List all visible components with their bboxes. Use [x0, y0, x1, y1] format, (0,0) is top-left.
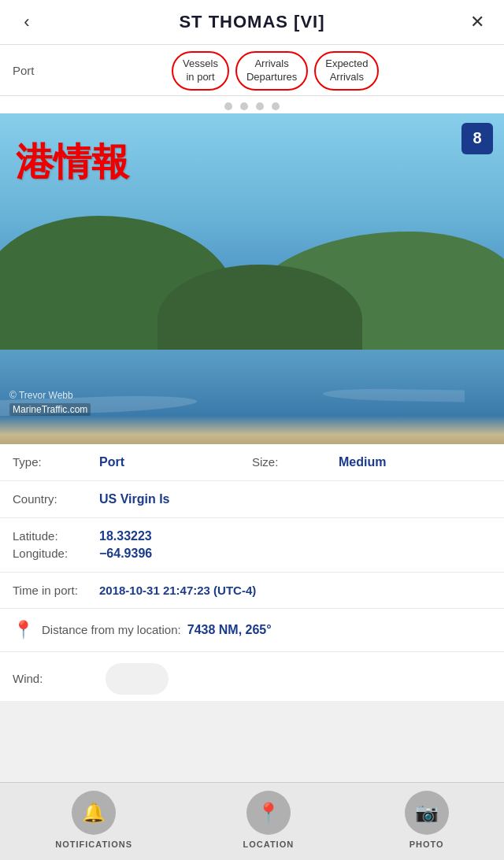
dot-3[interactable] [256, 102, 264, 110]
page-title: ST THOMAS [VI] [41, 12, 463, 32]
dot-indicators [0, 96, 504, 113]
country-row: Country: US Virgin Is [0, 481, 504, 518]
location-label: LOCATION [243, 840, 295, 849]
tab-expected-arrivals[interactable]: ExpectedArrivals [314, 51, 379, 91]
dot-2[interactable] [240, 102, 248, 110]
latitude-row: Latitude: 18.33223 [13, 529, 491, 543]
country-value: US Virgin Is [99, 492, 170, 506]
water [0, 350, 504, 444]
photo-icon: 📷 [405, 791, 449, 835]
size-col: Size: Medium [252, 455, 491, 469]
longitude-row: Longitude: −64.9396 [13, 547, 491, 561]
latlon-row: Latitude: 18.33223 Longitude: −64.9396 [0, 518, 504, 573]
tabs-group: Vesselsin port ArrivalsDepartures Expect… [47, 51, 504, 91]
count-badge: 8 [461, 123, 493, 154]
notifications-icon: 🔔 [72, 791, 116, 835]
distance-label: Distance from my location: [42, 623, 181, 636]
type-size-row: Type: Port Size: Medium [0, 444, 504, 481]
dot-1[interactable] [224, 102, 232, 110]
photo-credit-marinetraffic: MarineTraffic.com [9, 403, 91, 416]
photo-label: PHOTO [410, 840, 444, 849]
country-label: Country: [13, 492, 99, 506]
port-image: 8 港情報 © Trevor Webb MarineTraffic.com [0, 113, 504, 444]
location-icon: 📍 [246, 791, 291, 835]
location-pin-icon: 📍 [13, 620, 34, 640]
type-value: Port [99, 455, 124, 469]
info-section: Type: Port Size: Medium Country: US Virg… [0, 444, 504, 701]
bottom-nav: 🔔 NOTIFICATIONS 📍 LOCATION 📷 PHOTO [0, 782, 504, 860]
port-label: Port [0, 64, 47, 77]
size-value: Medium [339, 455, 386, 469]
wind-label: Wind: [13, 672, 99, 685]
type-label: Type: [13, 455, 99, 469]
bottom-spacer [0, 701, 504, 780]
time-in-port-row: Time in port: 2018-10-31 21:47:23 (UTC-4… [0, 573, 504, 609]
nav-notifications[interactable]: 🔔 NOTIFICATIONS [55, 791, 132, 849]
latitude-value: 18.33223 [99, 529, 152, 543]
nav-photo[interactable]: 📷 PHOTO [405, 791, 449, 849]
longitude-label: Longitude: [13, 547, 99, 560]
tab-arrivals-departures[interactable]: ArrivalsDepartures [235, 51, 308, 91]
type-col: Type: Port [13, 455, 252, 469]
time-in-port-value: 2018-10-31 21:47:23 (UTC-4) [99, 584, 256, 597]
back-button[interactable]: ‹ [13, 8, 41, 36]
distance-value: 7438 NM, 265° [187, 623, 272, 637]
wind-row: Wind: [0, 652, 504, 701]
tab-bar: Port Vesselsin port ArrivalsDepartures E… [0, 45, 504, 96]
close-button[interactable]: ✕ [463, 8, 491, 36]
wind-bubble [106, 663, 169, 695]
tab-vessels-in-port[interactable]: Vesselsin port [172, 51, 229, 91]
time-in-port-label: Time in port: [13, 584, 99, 597]
jp-text-overlay: 港情報 [16, 137, 129, 187]
photo-credit-trevor: © Trevor Webb [9, 390, 73, 401]
header: ‹ ST THOMAS [VI] ✕ [0, 0, 504, 45]
distance-row: 📍 Distance from my location: 7438 NM, 26… [0, 609, 504, 652]
notifications-label: NOTIFICATIONS [55, 840, 132, 849]
size-label: Size: [252, 455, 339, 469]
wake-2 [323, 387, 465, 402]
dot-4[interactable] [272, 102, 280, 110]
latitude-label: Latitude: [13, 529, 99, 543]
longitude-value: −64.9396 [99, 547, 152, 561]
nav-location[interactable]: 📍 LOCATION [243, 791, 295, 849]
